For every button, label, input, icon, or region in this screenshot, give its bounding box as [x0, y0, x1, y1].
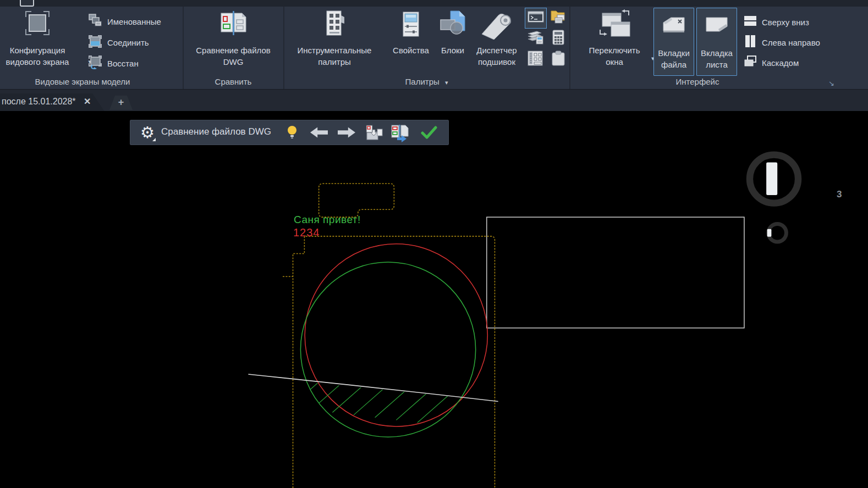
layout-tab-toggle-button[interactable]: Вкладка листа [696, 8, 737, 76]
panel-compare: Сравнение файлов DWG Сравнить [183, 7, 283, 89]
join-viewports-label: Соединить [107, 38, 149, 47]
cascade-windows-button[interactable]: Каскадом [744, 53, 799, 72]
previous-difference-button[interactable] [310, 126, 328, 141]
panel-title-compare: Сравнить [183, 77, 283, 88]
file-tabs-toggle-button[interactable]: Вкладки файла [653, 8, 694, 76]
new-tab-button[interactable]: + [109, 96, 133, 110]
properties-palette-icon [398, 11, 424, 40]
drawing-tab[interactable]: после 15.01.2028* ✕ [0, 93, 105, 112]
clipboard-button[interactable] [548, 49, 569, 69]
layout-tab-label-1: Вкладка [697, 48, 737, 59]
drawing-area[interactable]: Саня привет! 1234 3 ⚙ Сравнение файлов D… [0, 111, 868, 488]
panel-title-interface: Интерфейс [570, 77, 825, 88]
drawing-geometry [0, 111, 868, 488]
quickcalc-button[interactable] [548, 29, 569, 48]
command-line-button[interactable] [525, 8, 547, 29]
file-tab-bar: после 15.01.2028* ✕ + [0, 89, 868, 111]
viewport-config-icon [23, 9, 52, 40]
tile-vertically-button[interactable]: Слева направо [744, 33, 820, 52]
chevron-down-icon: ▾ [445, 79, 448, 86]
dwg-compare-icon [218, 10, 249, 41]
panel-title-model-viewports: Видовые экраны модели [0, 77, 165, 88]
dwg-compare-label-1: Сравнение файлов [183, 45, 283, 56]
lightbulb-icon[interactable] [287, 125, 298, 142]
tool-palettes-label-1: Инструментальные [285, 45, 384, 56]
named-viewports-label: Именованные [107, 17, 161, 26]
join-viewports-icon [88, 34, 102, 51]
tool-palettes-label-2: палитры [285, 57, 384, 68]
tool-palettes-button[interactable]: Инструментальные палитры [285, 7, 384, 78]
restore-viewport-button[interactable]: Восстан [88, 54, 139, 73]
sheet-set-manager-label-2: подшивок [470, 57, 524, 68]
blocks-palette-icon [438, 10, 467, 40]
next-difference-button[interactable] [338, 126, 355, 141]
markup-manager-button[interactable] [525, 49, 546, 69]
restore-viewport-label: Восстан [107, 59, 139, 68]
export-snapshot-button[interactable] [390, 124, 410, 145]
file-tabs-icon [661, 14, 686, 37]
gear-dropdown-corner-icon [152, 138, 156, 141]
cutoff-toolbar-icon [20, 0, 34, 7]
annotation-text-green: Саня привет! [294, 214, 361, 226]
tile-vertically-label: Слева направо [762, 38, 820, 47]
named-viewports-icon [88, 13, 102, 30]
properties-palette-button[interactable]: Свойства [386, 7, 436, 78]
clipboard-icon [550, 51, 567, 68]
ribbon-tab-strip [0, 0, 868, 7]
layout-tab-label-2: листа [697, 59, 737, 70]
designcenter-icon [550, 9, 567, 26]
sheets-stack-button[interactable] [525, 29, 546, 48]
white-spline [248, 374, 498, 401]
command-line-icon [528, 9, 544, 27]
dwg-compare-toolbar: ⚙ Сравнение файлов DWG [130, 120, 449, 145]
tile-horizontal-icon [744, 14, 757, 30]
hatch-pattern [268, 370, 502, 428]
panel-interface: Переключить окна ▾ Вкладки файла [570, 7, 868, 89]
autocad-window: Конфигурация видового экрана ▾ Именованн… [0, 0, 868, 488]
designcenter-button[interactable] [548, 8, 569, 27]
tile-horizontally-button[interactable]: Сверху вниз [744, 13, 809, 31]
accept-finish-button[interactable] [421, 126, 437, 141]
named-viewports-button[interactable]: Именованные [88, 12, 161, 31]
drawing-tab-label: после 15.01.2028* [2, 97, 76, 107]
switch-windows-button[interactable]: Переключить окна [575, 7, 653, 78]
cascade-windows-label: Каскадом [762, 58, 799, 68]
layout-tab-icon [704, 14, 729, 37]
switch-windows-label-2: окна [575, 57, 653, 68]
blocks-palette-label: Блоки [437, 45, 469, 56]
cutoff-ring-content [766, 162, 777, 195]
viewport-config-label-2: видового экрана [0, 57, 86, 68]
panel-expander-icon[interactable]: ↘ [828, 79, 834, 87]
sheets-stack-icon [527, 30, 543, 47]
annotation-text-red: 1234 [293, 226, 320, 239]
sheet-set-manager-icon [479, 11, 515, 42]
panel-palettes: Инструментальные палитры Свойства [284, 7, 569, 89]
switch-windows-icon [597, 9, 632, 43]
tile-horizontally-label: Сверху вниз [762, 18, 809, 27]
ribbon: Конфигурация видового экрана ▾ Именованн… [0, 7, 868, 89]
properties-palette-label: Свойства [386, 45, 436, 56]
import-objects-button[interactable] [365, 125, 383, 143]
revision-cloud-text [319, 184, 394, 217]
cascade-icon [744, 55, 757, 70]
switch-windows-label-1: Переключить [575, 45, 653, 56]
compare-toolbar-title: Сравнение файлов DWG [161, 126, 271, 137]
white-rectangle [487, 217, 744, 328]
join-viewports-button[interactable]: Соединить [88, 33, 149, 52]
tile-vertical-icon [744, 35, 757, 50]
panel-model-viewports: Конфигурация видового экрана ▾ Именованн… [0, 7, 183, 89]
plus-icon: + [118, 97, 124, 108]
dwg-compare-button[interactable]: Сравнение файлов DWG [183, 7, 283, 78]
sheet-set-manager-label-1: Диспетчер [470, 45, 524, 56]
compare-circle-green [300, 262, 475, 437]
panel-title-palettes[interactable]: Палитры ▾ [284, 77, 569, 88]
blocks-palette-button[interactable]: Блоки [437, 7, 469, 78]
tab-close-icon[interactable]: ✕ [84, 96, 91, 107]
restore-viewport-icon [88, 55, 102, 71]
file-tabs-label-1: Вкладки [654, 48, 694, 59]
cutoff-small-content [767, 229, 772, 237]
panel-title-palettes-text: Палитры [405, 77, 440, 86]
sheet-set-manager-button[interactable]: Диспетчер подшивок [470, 7, 524, 78]
viewport-config-button[interactable]: Конфигурация видового экрана ▾ [0, 7, 86, 78]
dwg-compare-label-2: DWG [183, 57, 283, 68]
